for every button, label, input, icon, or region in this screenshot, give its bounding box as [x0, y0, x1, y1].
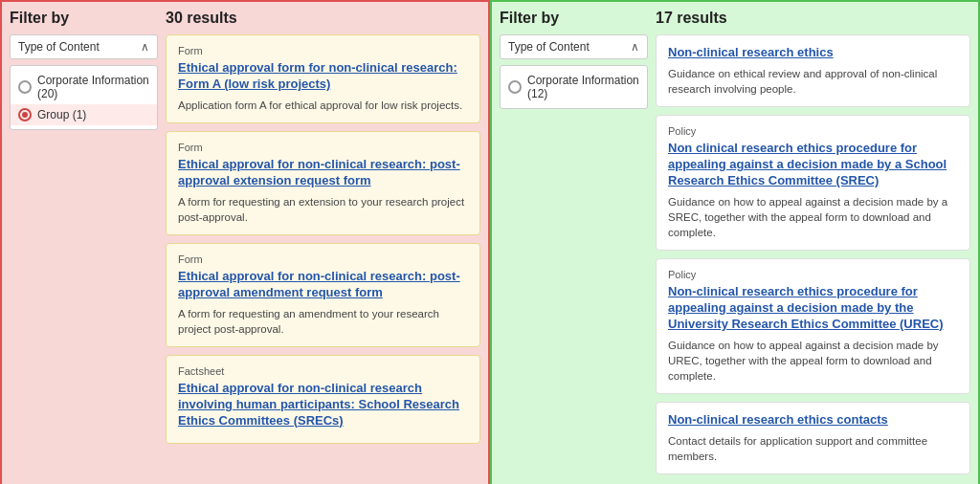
right-chevron-up-icon: [631, 40, 639, 54]
right-card-1-type: Policy: [668, 125, 958, 137]
left-result-card-1: Form Ethical approval for non-clinical r…: [166, 131, 480, 235]
right-results-count: 17 results: [656, 10, 970, 27]
right-card-0-title[interactable]: Non-clinical research ethics: [668, 45, 958, 61]
left-card-2-desc: A form for requesting an amendment to yo…: [178, 306, 468, 337]
right-filter-options: Corporate Information (12): [500, 65, 648, 109]
radio-group: [18, 108, 32, 121]
right-radio-corporate: [508, 80, 522, 94]
right-card-2-type: Policy: [668, 269, 958, 280]
left-type-of-content-dropdown[interactable]: Type of Content: [10, 34, 158, 59]
left-card-0-type: Form: [178, 45, 468, 56]
left-card-1-type: Form: [178, 142, 468, 153]
filter-option-corporate[interactable]: Corporate Information (20): [11, 70, 157, 104]
right-filter-option-corporate[interactable]: Corporate Information (12): [501, 70, 647, 104]
left-card-1-title[interactable]: Ethical approval for non-clinical resear…: [178, 157, 468, 189]
option-corporate-label: Corporate Information (20): [37, 74, 149, 100]
right-filter-sidebar: Filter by Type of Content Corporate Info…: [500, 10, 648, 482]
option-group-label: Group (1): [37, 108, 86, 121]
left-result-card-3: Factsheet Ethical approval for non-clini…: [166, 355, 480, 445]
right-card-2-title[interactable]: Non-clinical research ethics procedure f…: [668, 284, 958, 333]
left-card-0-desc: Application form A for ethical approval …: [178, 98, 468, 113]
left-filter-title: Filter by: [10, 10, 158, 27]
right-result-card-3: Non-clinical research ethics contacts Co…: [656, 402, 970, 474]
right-result-card-2: Policy Non-clinical research ethics proc…: [656, 258, 970, 394]
right-card-3-title[interactable]: Non-clinical research ethics contacts: [668, 412, 958, 429]
left-result-card-0: Form Ethical approval form for non-clini…: [166, 34, 480, 123]
filter-option-group[interactable]: Group (1): [11, 104, 157, 125]
left-card-1-desc: A form for requesting an extension to yo…: [178, 194, 468, 225]
right-option-corporate-label: Corporate Information (12): [527, 74, 639, 100]
left-card-2-type: Form: [178, 253, 468, 265]
right-result-card-1: Policy Non clinical research ethics proc…: [656, 115, 970, 251]
left-filter-options: Corporate Information (20) Group (1): [10, 65, 158, 130]
right-type-of-content-dropdown[interactable]: Type of Content: [500, 34, 648, 59]
right-panel: Filter by Type of Content Corporate Info…: [490, 0, 980, 484]
right-card-1-desc: Guidance on how to appeal against a deci…: [668, 194, 958, 240]
left-results-count: 30 results: [166, 10, 480, 27]
left-filter-label: Type of Content: [18, 40, 100, 54]
right-card-3-desc: Contact details for application support …: [668, 433, 958, 464]
radio-corporate: [18, 80, 32, 94]
right-card-1-title[interactable]: Non clinical research ethics procedure f…: [668, 141, 958, 189]
left-card-3-title[interactable]: Ethical approval for non-clinical resear…: [178, 381, 468, 429]
right-filter-label: Type of Content: [508, 40, 590, 54]
right-card-2-desc: Guidance on how to appeal against a deci…: [668, 338, 958, 384]
left-card-3-type: Factsheet: [178, 365, 468, 377]
right-card-0-desc: Guidance on ethical review and approval …: [668, 66, 958, 97]
left-results-area: 30 results Form Ethical approval form fo…: [166, 10, 480, 482]
right-filter-title: Filter by: [500, 10, 648, 27]
right-results-area: 17 results Non-clinical research ethics …: [656, 10, 970, 482]
left-panel: Filter by Type of Content Corporate Info…: [0, 0, 490, 484]
chevron-up-icon: [141, 40, 149, 54]
left-filter-sidebar: Filter by Type of Content Corporate Info…: [10, 10, 158, 482]
left-card-0-title[interactable]: Ethical approval form for non-clinical r…: [178, 60, 468, 93]
left-result-card-2: Form Ethical approval for non-clinical r…: [166, 243, 480, 347]
right-result-card-0: Non-clinical research ethics Guidance on…: [656, 34, 970, 107]
left-card-2-title[interactable]: Ethical approval for non-clinical resear…: [178, 269, 468, 301]
